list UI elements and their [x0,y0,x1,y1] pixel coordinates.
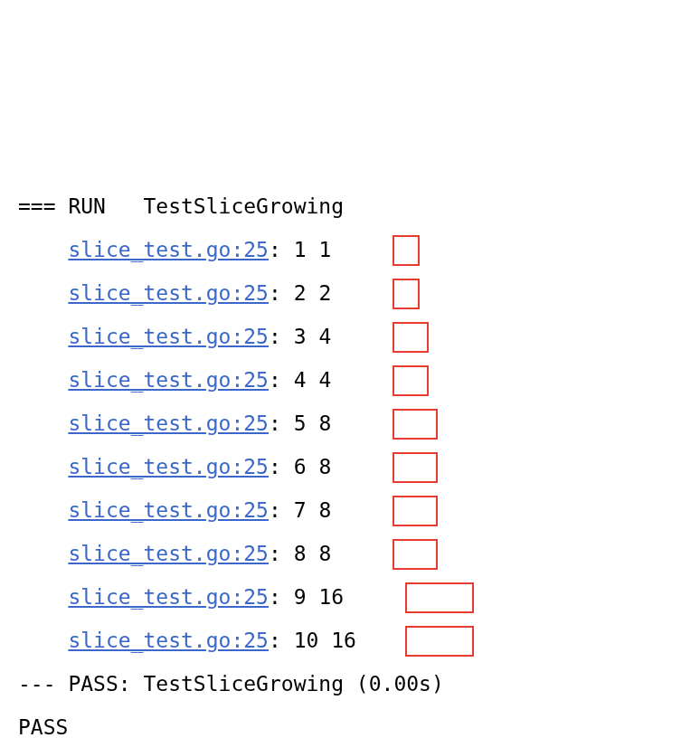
cap-value: 4 [318,368,331,392]
cap-value: 8 [318,542,331,565]
indent [18,455,68,478]
pass-summary-line: --- PASS: TestSliceGrowing (0.00s) [18,662,700,705]
indent [18,585,68,609]
space [307,238,319,261]
highlight-box [393,539,438,570]
source-link[interactable]: slice_test.go:25 [68,585,269,609]
colon: : [269,455,294,478]
highlight-box [393,496,438,526]
source-link[interactable]: slice_test.go:25 [68,368,269,392]
indent [18,238,68,261]
source-link[interactable]: slice_test.go:25 [68,412,269,435]
log-line: slice_test.go:25: 9 16 [18,575,700,619]
indent [18,542,68,565]
indent [18,498,68,522]
cap-value: 1 [318,238,331,261]
cap-value: 8 [318,455,331,478]
log-line: slice_test.go:25: 7 8 [18,488,700,532]
indent [18,281,68,305]
space [307,498,319,522]
len-value: 3 [294,325,307,348]
len-value: 6 [294,455,307,478]
space [307,542,319,565]
pass-line: PASS [18,705,700,738]
run-prefix: === RUN [18,194,143,218]
log-line: slice_test.go:25: 8 8 [18,532,700,575]
highlight-box [393,279,420,309]
source-link[interactable]: slice_test.go:25 [68,498,269,522]
indent [18,325,68,348]
run-header-line: === RUN TestSliceGrowing [18,184,700,228]
highlight-box [393,452,438,483]
colon: : [269,498,294,522]
indent [18,412,68,435]
len-value: 2 [294,281,307,305]
pass-summary: --- PASS: TestSliceGrowing (0.00s) [18,672,444,695]
cap-value: 8 [318,412,331,435]
log-line: slice_test.go:25: 1 1 [18,228,700,271]
len-value: 5 [294,412,307,435]
indent [18,629,68,652]
space [307,325,319,348]
highlight-box [393,409,438,440]
colon: : [269,238,294,261]
colon: : [269,281,294,305]
colon: : [269,368,294,392]
len-value: 4 [294,368,307,392]
indent [18,368,68,392]
log-line: slice_test.go:25: 4 4 [18,358,700,402]
len-value: 9 [294,585,307,609]
cap-value: 8 [318,498,331,522]
highlight-box [405,626,474,657]
source-link[interactable]: slice_test.go:25 [68,542,269,565]
space [307,585,319,609]
highlight-box [393,365,429,396]
test-name: TestSliceGrowing [143,194,344,218]
pass-word: PASS [18,715,68,738]
test-output: === RUN TestSliceGrowing slice_test.go:2… [18,184,700,738]
log-line: slice_test.go:25: 6 8 [18,445,700,488]
colon: : [269,325,294,348]
log-line: slice_test.go:25: 10 16 [18,619,700,662]
colon: : [269,629,294,652]
len-value: 7 [294,498,307,522]
space [307,368,319,392]
source-link[interactable]: slice_test.go:25 [68,455,269,478]
space [307,455,319,478]
colon: : [269,542,294,565]
len-value: 8 [294,542,307,565]
cap-value: 16 [318,585,344,609]
log-line: slice_test.go:25: 2 2 [18,271,700,315]
highlight-box [393,322,429,353]
len-value: 1 [294,238,307,261]
source-link[interactable]: slice_test.go:25 [68,629,269,652]
len-value: 10 [294,629,319,652]
space [318,629,331,652]
log-line: slice_test.go:25: 5 8 [18,402,700,445]
space [307,281,319,305]
log-line: slice_test.go:25: 3 4 [18,315,700,358]
source-link[interactable]: slice_test.go:25 [68,238,269,261]
space [307,412,319,435]
colon: : [269,585,294,609]
colon: : [269,412,294,435]
cap-value: 4 [318,325,331,348]
cap-value: 2 [318,281,331,305]
source-link[interactable]: slice_test.go:25 [68,281,269,305]
source-link[interactable]: slice_test.go:25 [68,325,269,348]
cap-value: 16 [331,629,356,652]
highlight-box [393,235,420,266]
highlight-box [405,582,474,613]
